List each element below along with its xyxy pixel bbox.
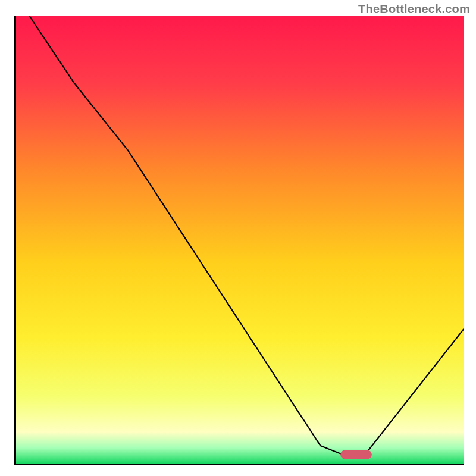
chart-svg [16, 16, 464, 464]
plot-area [14, 16, 464, 465]
optimal-marker [340, 450, 372, 459]
gradient-background [16, 16, 464, 464]
attribution-text: TheBottleneck.com [358, 2, 470, 16]
